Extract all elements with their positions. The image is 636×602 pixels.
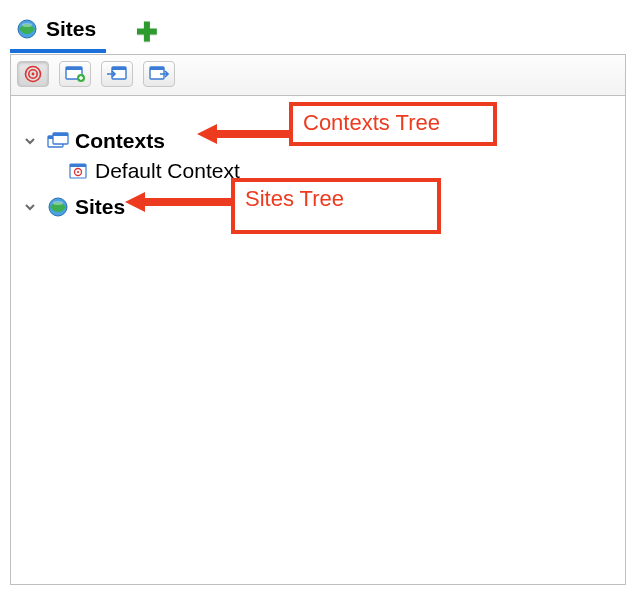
tab-bar: Sites ✚ [10,10,626,54]
annotation-sites-label: Sites Tree [245,186,344,211]
import-icon [106,64,128,84]
svg-rect-18 [70,164,86,167]
tab-sites[interactable]: Sites [10,11,106,53]
tree-default-context-label: Default Context [95,159,240,183]
chevron-down-icon[interactable] [19,131,41,151]
window-plus-icon [64,64,86,84]
sites-tree-panel: Contexts Default Context Sites [10,95,626,585]
svg-point-20 [77,171,79,173]
export-button[interactable] [143,61,175,87]
annotation-sites: Sites Tree [231,178,441,234]
new-window-button[interactable] [59,61,91,87]
svg-point-2 [22,23,32,27]
import-button[interactable] [101,61,133,87]
context-target-icon [67,161,89,181]
sites-toolbar [10,54,626,95]
export-icon [148,64,170,84]
add-tab-button[interactable]: ✚ [136,19,158,45]
target-icon [22,64,44,84]
svg-point-5 [32,73,35,76]
chevron-down-icon[interactable] [19,197,41,217]
folders-icon [47,131,69,151]
annotation-contexts-label: Contexts Tree [303,110,440,135]
target-scope-button[interactable] [17,61,49,87]
globe-icon [16,19,38,39]
svg-rect-10 [112,67,126,70]
svg-rect-16 [53,133,68,136]
svg-rect-12 [150,67,164,70]
svg-point-23 [53,201,63,205]
svg-rect-7 [66,67,82,70]
tree-sites-label: Sites [75,195,125,219]
tab-sites-label: Sites [46,17,96,41]
tree-contexts-label: Contexts [75,129,165,153]
annotation-contexts: Contexts Tree [289,102,497,146]
globe-icon [47,197,69,217]
